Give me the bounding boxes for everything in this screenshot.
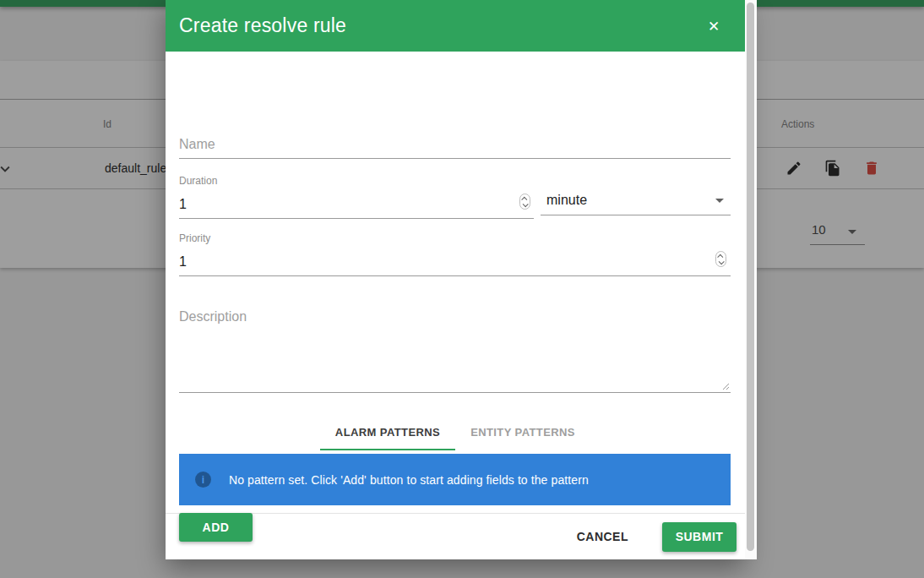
resize-handle[interactable] — [722, 383, 730, 390]
duration-input[interactable] — [179, 190, 534, 219]
cancel-button[interactable]: CANCEL — [565, 522, 640, 552]
tab-entity-patterns[interactable]: ENTITY PATTERNS — [455, 413, 590, 450]
dialog-body: Duration minute Priority — [166, 52, 745, 513]
screen: Id Actions default_rule — [0, 0, 924, 578]
tab-alarm-patterns[interactable]: ALARM PATTERNS — [320, 413, 455, 450]
info-alert: i No pattern set. Click 'Add' button to … — [179, 454, 731, 505]
dropdown-arrow-icon — [715, 199, 724, 203]
dialog-scrollbar[interactable] — [745, 0, 757, 559]
dialog-title: Create resolve rule — [179, 14, 346, 37]
priority-input[interactable] — [179, 248, 731, 276]
priority-label: Priority — [179, 232, 731, 244]
duration-label: Duration — [179, 175, 534, 187]
spinner-down-icon — [523, 201, 529, 207]
info-icon: i — [195, 472, 211, 488]
info-alert-text: No pattern set. Click 'Add' button to st… — [229, 473, 589, 487]
close-button[interactable]: ✕ — [701, 14, 726, 39]
submit-button[interactable]: SUBMIT — [662, 522, 736, 552]
dialog-header: Create resolve rule ✕ — [166, 0, 745, 52]
priority-field: Priority — [179, 232, 731, 276]
number-spinner[interactable] — [519, 194, 530, 210]
duration-unit-value: minute — [546, 193, 587, 208]
pattern-tabs: ALARM PATTERNS ENTITY PATTERNS — [320, 413, 590, 450]
duration-unit-select[interactable]: minute — [541, 187, 731, 215]
number-spinner[interactable] — [715, 251, 726, 267]
name-input[interactable] — [179, 131, 731, 159]
close-icon: ✕ — [708, 19, 720, 35]
create-resolve-rule-dialog: Create resolve rule ✕ Duration minute — [166, 0, 745, 559]
description-textarea[interactable] — [179, 302, 731, 393]
spinner-down-icon — [719, 259, 725, 264]
duration-field: Duration — [179, 175, 534, 219]
scrollbar-thumb[interactable] — [747, 3, 754, 551]
description-field — [179, 302, 731, 393]
name-field — [179, 131, 731, 159]
add-pattern-button[interactable]: ADD — [179, 513, 253, 542]
